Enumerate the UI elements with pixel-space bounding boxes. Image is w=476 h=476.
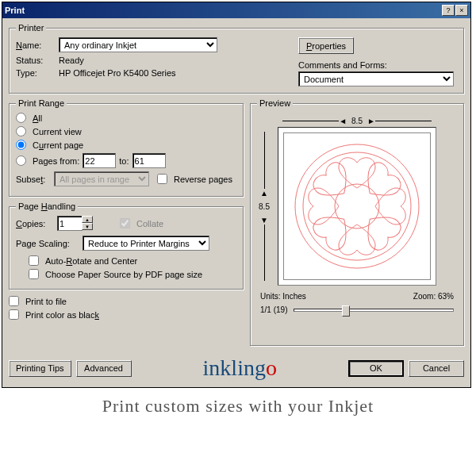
radio-current-page[interactable] <box>16 140 26 150</box>
zoom-slider[interactable] <box>294 309 454 312</box>
radio-pages-from[interactable] <box>16 155 26 166</box>
titlebar: Print ? × <box>2 2 470 18</box>
close-icon[interactable]: × <box>455 5 468 16</box>
auto-rotate-checkbox[interactable] <box>29 255 39 266</box>
paper-source-checkbox[interactable] <box>29 269 39 279</box>
comments-select[interactable]: Document <box>298 71 454 86</box>
preview-box: ◄8.5► ▲8.5▼ <box>278 127 436 286</box>
reverse-checkbox[interactable] <box>157 174 167 184</box>
current-page-label: Current page <box>33 140 83 150</box>
pages-from-input[interactable] <box>83 153 116 168</box>
print-range-group: Print Range All Current view Current pag… <box>9 98 244 197</box>
print-black-label: Print color as black <box>25 310 99 320</box>
help-icon[interactable]: ? <box>442 5 455 16</box>
height-dimension: ▲8.5▼ <box>256 132 272 281</box>
advanced-button[interactable]: Advanced <box>76 360 132 377</box>
pages-from-label: Pages from: <box>33 156 79 166</box>
type-value: HP Officejet Pro K5400 Series <box>59 68 176 78</box>
scaling-label: Page Scaling: <box>16 239 79 248</box>
ok-button[interactable]: OK <box>348 360 404 377</box>
printing-tips-button[interactable]: Printing Tips <box>9 360 71 377</box>
printer-legend: Printer <box>16 23 46 33</box>
page-handling-group: Page Handling Copies: ▲ ▼ Collate <box>9 202 244 290</box>
print-dialog: Print ? × Printer Name: Any ordinary Ink… <box>2 2 471 388</box>
slider-thumb[interactable] <box>342 305 350 317</box>
handling-legend: Page Handling <box>16 202 78 211</box>
to-label: to: <box>119 156 129 166</box>
tagline: Print custom sizes with your Inkjet <box>0 390 476 420</box>
name-label: Name: <box>16 40 56 50</box>
svg-point-1 <box>303 152 411 260</box>
units-text: Units: Inches <box>260 292 306 301</box>
copies-label: Copies: <box>16 219 54 228</box>
paper-source-label: Choose Paper Source by PDF page size <box>45 270 202 279</box>
inklingo-logo: inklingo <box>203 355 277 381</box>
copies-input[interactable] <box>57 216 83 231</box>
radio-all[interactable] <box>16 113 26 123</box>
print-to-file-label: Print to file <box>25 297 67 306</box>
preview-legend: Preview <box>257 98 293 108</box>
preview-page <box>283 132 431 280</box>
scaling-select[interactable]: Reduce to Printer Margins <box>83 236 209 251</box>
comments-label: Comments and Forms: <box>298 60 457 70</box>
copies-up-icon[interactable]: ▲ <box>82 216 93 223</box>
type-label: Type: <box>16 68 56 78</box>
preview-artwork <box>290 139 424 274</box>
collate-checkbox <box>120 218 130 228</box>
collate-label: Collate <box>136 219 163 228</box>
print-black-checkbox[interactable] <box>9 309 19 320</box>
window-title: Print <box>5 6 25 15</box>
printer-name-select[interactable]: Any ordinary Inkjet <box>59 37 217 52</box>
reverse-label: Reverse pages <box>174 175 232 184</box>
copies-down-icon[interactable]: ▼ <box>82 223 93 230</box>
subset-label: Subset: <box>16 175 51 184</box>
range-legend: Print Range <box>16 98 67 108</box>
printer-group: Printer Name: Any ordinary Inkjet Status… <box>9 23 464 94</box>
properties-button[interactable]: Properties <box>298 37 354 54</box>
width-dimension: ◄8.5► <box>282 117 432 125</box>
subset-select: All pages in range <box>54 171 149 186</box>
current-view-label: Current view <box>33 127 82 136</box>
svg-point-2 <box>335 184 379 228</box>
preview-group: Preview ◄8.5► ▲8.5▼ <box>250 98 464 346</box>
status-label: Status: <box>16 56 56 65</box>
cancel-button[interactable]: Cancel <box>409 360 464 377</box>
pages-to-input[interactable] <box>132 153 166 168</box>
radio-current-view[interactable] <box>16 126 26 136</box>
all-label: All <box>33 113 42 123</box>
page-info: 1/1 (19) <box>260 305 287 314</box>
status-value: Ready <box>59 56 84 65</box>
auto-rotate-label: Auto-Rotate and Center <box>45 256 137 266</box>
print-to-file-checkbox[interactable] <box>9 296 19 306</box>
zoom-text: Zoom: 63% <box>413 292 454 301</box>
